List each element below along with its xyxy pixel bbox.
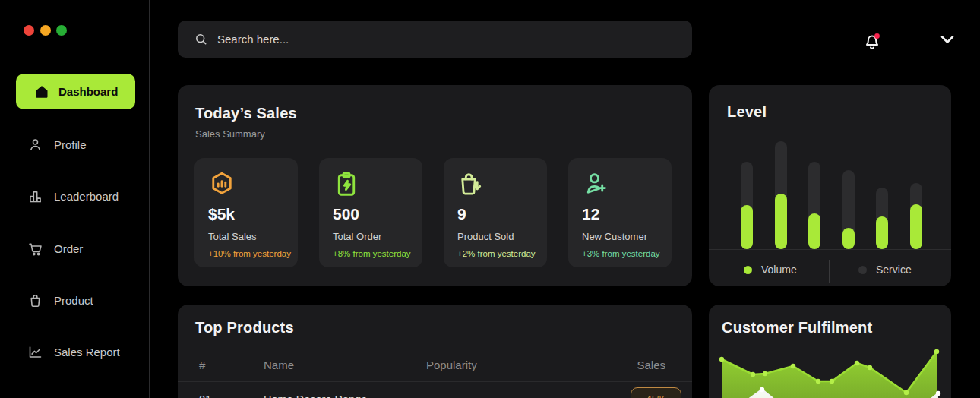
- bag-down-icon: [457, 170, 485, 197]
- divider: [178, 381, 692, 382]
- sidebar-item-label: Dashboard: [58, 85, 118, 98]
- legend-service: Service: [858, 264, 912, 276]
- sidebar-item-label: Leaderboard: [54, 190, 119, 203]
- sidebar-item-dashboard[interactable]: Dashboard: [16, 74, 135, 109]
- row-name: Home Decore Range: [264, 393, 367, 398]
- sales-badge: 45%: [631, 387, 681, 398]
- notification-dot: [874, 33, 880, 39]
- divider: [829, 260, 830, 283]
- level-volume-bar: [910, 204, 922, 249]
- level-volume-bar: [876, 216, 888, 249]
- level-volume-bar: [741, 205, 753, 249]
- window-close-button[interactable]: [24, 25, 34, 36]
- search-icon: [194, 32, 208, 46]
- user-icon: [27, 137, 43, 153]
- stat-value: $5k: [208, 205, 235, 223]
- stat-delta: +10% from yesterday: [208, 249, 291, 258]
- stat-value: 12: [582, 205, 599, 223]
- sidebar-item-leaderboard[interactable]: Leaderboard: [16, 183, 145, 209]
- stat-label: Total Order: [333, 231, 381, 242]
- legend-label: Volume: [761, 264, 797, 276]
- sidebar-item-label: Profile: [54, 138, 87, 151]
- sidebar-item-label: Sales Report: [54, 346, 120, 359]
- window-zoom-button[interactable]: [56, 25, 67, 36]
- level-card: Level Volume Service: [709, 85, 951, 286]
- stat-delta: +3% from yesterday: [582, 249, 660, 258]
- home-icon: [34, 84, 49, 100]
- stat-product-sold: 9 Product Sold +2% from yesterday: [444, 158, 547, 267]
- line-chart-icon: [27, 344, 43, 360]
- clipboard-bolt-icon: [333, 170, 360, 197]
- stat-label: Product Sold: [457, 231, 514, 242]
- level-chart: [709, 137, 951, 249]
- customer-fulfilment-card: Customer Fulfilment: [709, 305, 951, 398]
- card-subtitle: Sales Summary: [195, 128, 265, 140]
- legend-volume: Volume: [744, 264, 797, 276]
- stat-delta: +2% from yesterday: [457, 249, 536, 258]
- level-volume-bar: [775, 194, 787, 249]
- cart-icon: [27, 241, 43, 257]
- column-header-sales: Sales: [618, 359, 665, 371]
- stat-delta: +8% from yesterday: [333, 249, 411, 258]
- dashboard-app: Dashboard Profile Leaderboard Order Prod: [0, 0, 980, 398]
- stat-label: Total Sales: [208, 231, 257, 242]
- stat-value: 9: [457, 205, 466, 223]
- column-header-popularity: Popularity: [426, 359, 477, 371]
- card-title: Customer Fulfilment: [722, 319, 872, 336]
- bar-chart-icon: [27, 188, 43, 204]
- service-dot-icon: [858, 266, 867, 274]
- sidebar-item-order[interactable]: Order: [16, 235, 145, 261]
- sidebar-item-label: Product: [54, 294, 93, 307]
- search-bar[interactable]: [178, 21, 692, 58]
- column-header-number: #: [199, 359, 205, 371]
- window-minimize-button[interactable]: [40, 25, 51, 36]
- sidebar-item-profile[interactable]: Profile: [16, 131, 145, 157]
- level-volume-bar: [808, 213, 820, 249]
- card-title: Today’s Sales: [195, 105, 297, 122]
- column-header-name: Name: [264, 359, 294, 371]
- stat-value: 500: [333, 205, 359, 223]
- hexagon-chart-icon: [208, 170, 236, 197]
- row-id: 01: [199, 393, 211, 398]
- stat-total-order: 500 Total Order +8% from yesterday: [319, 158, 422, 267]
- todays-sales-card: Today’s Sales Sales Summary $5k Total Sa…: [178, 85, 692, 286]
- notification-bell-icon[interactable]: [860, 29, 884, 53]
- sidebar-item-product[interactable]: Product: [16, 287, 145, 313]
- sidebar: Dashboard Profile Leaderboard Order Prod: [0, 0, 150, 398]
- stat-total-sales: $5k Total Sales +10% from yesterday: [194, 158, 298, 267]
- level-volume-bar: [842, 228, 855, 249]
- user-plus-icon: [582, 170, 609, 197]
- sidebar-item-label: Order: [54, 242, 83, 255]
- card-title: Level: [727, 103, 767, 121]
- card-title: Top Products: [195, 319, 294, 336]
- level-legend: Volume Service: [709, 258, 951, 286]
- divider: [709, 249, 951, 250]
- sidebar-item-sales-report[interactable]: Sales Report: [16, 339, 145, 365]
- chevron-down-icon[interactable]: [938, 33, 956, 47]
- search-input[interactable]: [217, 33, 643, 46]
- legend-label: Service: [876, 264, 912, 276]
- top-products-card: Top Products # Name Popularity Sales 01 …: [178, 305, 692, 398]
- stat-label: New Customer: [582, 231, 647, 242]
- bag-icon: [27, 292, 43, 308]
- stat-new-customer: 12 New Customer +3% from yesterday: [568, 158, 672, 267]
- volume-dot-icon: [744, 266, 752, 274]
